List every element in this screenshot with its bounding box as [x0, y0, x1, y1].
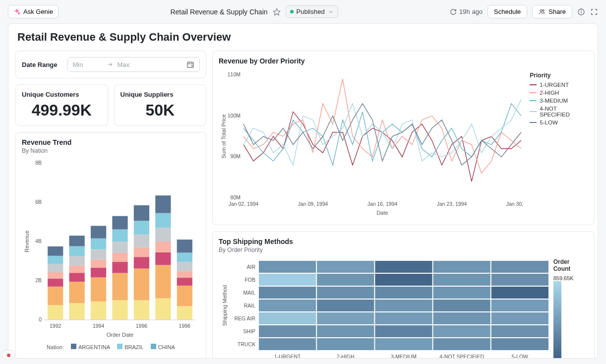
svg-rect-121 — [317, 338, 374, 350]
refresh-icon — [450, 8, 457, 15]
svg-rect-45 — [112, 216, 127, 230]
svg-rect-46 — [134, 301, 149, 320]
svg-rect-7 — [187, 62, 193, 67]
legend-line — [530, 111, 537, 112]
legend-label: 3-MEDIUM — [540, 98, 568, 104]
date-max-input[interactable] — [118, 61, 147, 68]
trend-legend-item[interactable]: ARGENTINA — [71, 344, 110, 350]
svg-rect-110 — [375, 312, 432, 324]
revenue-trend-chart[interactable]: 02B4B6B8BRevenue1992199419961998Order Da… — [22, 159, 200, 343]
svg-text:4B: 4B — [35, 238, 42, 244]
svg-rect-32 — [91, 302, 106, 320]
chevron-down-icon — [328, 9, 334, 15]
kpi-suppliers-label: Unique Suppliers — [121, 91, 200, 98]
date-range-tile: Date Range — [15, 51, 206, 78]
star-icon[interactable] — [273, 8, 281, 16]
legend-swatch — [71, 344, 76, 349]
svg-rect-91 — [317, 274, 374, 286]
svg-rect-38 — [91, 226, 106, 238]
priority-legend-item[interactable]: 4-NOT SPECIFIED — [530, 106, 588, 118]
svg-rect-31 — [69, 236, 85, 246]
svg-text:8B: 8B — [35, 160, 42, 166]
svg-text:TRUCK: TRUCK — [238, 341, 255, 347]
dashboard-container: Retail Revenue & Supply Chain Overview D… — [8, 23, 598, 359]
share-label: Share — [548, 8, 566, 15]
svg-point-1 — [541, 9, 543, 11]
svg-rect-122 — [375, 338, 432, 350]
fullscreen-icon[interactable] — [590, 8, 598, 16]
svg-rect-84 — [259, 261, 316, 273]
svg-text:SHIP: SHIP — [243, 328, 255, 334]
svg-rect-102 — [259, 300, 316, 311]
priority-legend-item[interactable]: 1-URGENT — [530, 82, 588, 88]
publish-status-dropdown[interactable]: Published — [286, 5, 338, 18]
svg-rect-59 — [155, 195, 171, 213]
svg-rect-49 — [134, 247, 149, 257]
priority-legend-item[interactable]: 5-LOW — [530, 120, 588, 125]
trend-legend-item[interactable]: CHINA — [151, 344, 175, 350]
priority-legend-item[interactable]: 2-HIGH — [530, 90, 588, 96]
svg-text:1-URGENT: 1-URGENT — [274, 354, 301, 359]
svg-rect-118 — [491, 325, 548, 337]
svg-text:Jan 09, 1994: Jan 09, 1994 — [298, 201, 328, 207]
publish-status-label: Published — [297, 8, 325, 15]
svg-rect-105 — [433, 300, 490, 311]
svg-rect-63 — [177, 271, 192, 278]
svg-rect-109 — [317, 312, 374, 324]
svg-rect-87 — [433, 261, 490, 273]
notification-bubble[interactable] — [2, 350, 15, 360]
svg-point-5 — [581, 10, 582, 11]
svg-text:90M: 90M — [231, 153, 241, 159]
svg-text:2B: 2B — [35, 277, 42, 283]
svg-rect-43 — [112, 242, 127, 253]
ask-genie-label: Ask Genie — [23, 8, 53, 15]
share-button[interactable]: Share — [532, 5, 572, 18]
svg-rect-19 — [48, 287, 63, 305]
svg-rect-114 — [259, 325, 316, 337]
svg-text:6B: 6B — [35, 199, 42, 205]
svg-rect-30 — [69, 246, 85, 256]
revenue-trend-title: Revenue Trend — [22, 138, 200, 146]
shipping-heatmap[interactable]: AIRFOBMAILRAILREG AIRSHIPTRUCK1-URGENT2-… — [219, 258, 549, 359]
trend-legend-item[interactable]: BRAZIL — [117, 344, 144, 350]
svg-rect-22 — [48, 264, 63, 272]
svg-text:RAIL: RAIL — [244, 303, 256, 308]
date-range-input[interactable] — [67, 57, 200, 72]
svg-text:5-LOW: 5-LOW — [512, 354, 528, 359]
schedule-button[interactable]: Schedule — [487, 5, 527, 18]
revenue-trend-subtitle: By Nation — [22, 147, 200, 154]
svg-text:4-NOT SPECIFIED: 4-NOT SPECIFIED — [439, 354, 484, 359]
svg-rect-60 — [177, 306, 192, 320]
svg-rect-34 — [91, 268, 106, 277]
svg-marker-0 — [273, 8, 280, 15]
shipping-subtitle: By Order Priority — [219, 246, 588, 253]
refresh-button[interactable]: 19h ago — [450, 8, 483, 15]
svg-text:REG AIR: REG AIR — [234, 315, 255, 321]
schedule-label: Schedule — [494, 8, 521, 15]
svg-rect-123 — [433, 338, 490, 350]
priority-title: Revenue by Order Priority — [219, 57, 588, 65]
status-dot-icon — [290, 10, 294, 13]
heatmap-legend-title: Order Count — [553, 258, 588, 272]
date-min-input[interactable] — [73, 61, 103, 68]
calendar-icon[interactable] — [186, 61, 194, 68]
svg-text:1998: 1998 — [179, 323, 191, 329]
kpi-customers-label: Unique Customers — [22, 91, 102, 98]
info-icon[interactable] — [577, 8, 585, 16]
ask-genie-button[interactable]: Ask Genie — [8, 5, 59, 18]
shipping-title: Top Shipping Methods — [219, 238, 588, 245]
svg-text:110M: 110M — [228, 71, 241, 77]
priority-legend-item[interactable]: 3-MEDIUM — [530, 98, 588, 104]
svg-text:Sum of Total Price: Sum of Total Price — [221, 114, 227, 158]
kpi-suppliers-value: 50K — [121, 101, 200, 120]
svg-rect-108 — [259, 312, 316, 324]
priority-chart[interactable]: 80M90M100M110MSum of Total PriceJan 02, … — [219, 70, 525, 219]
svg-rect-65 — [177, 253, 192, 262]
svg-rect-100 — [491, 287, 548, 299]
legend-swatch — [117, 344, 122, 349]
svg-rect-35 — [91, 259, 106, 268]
arrow-right-icon — [107, 61, 114, 68]
svg-text:Date: Date — [376, 210, 388, 216]
kpi-unique-suppliers: Unique Suppliers 50K — [114, 84, 207, 126]
svg-rect-47 — [134, 269, 149, 301]
